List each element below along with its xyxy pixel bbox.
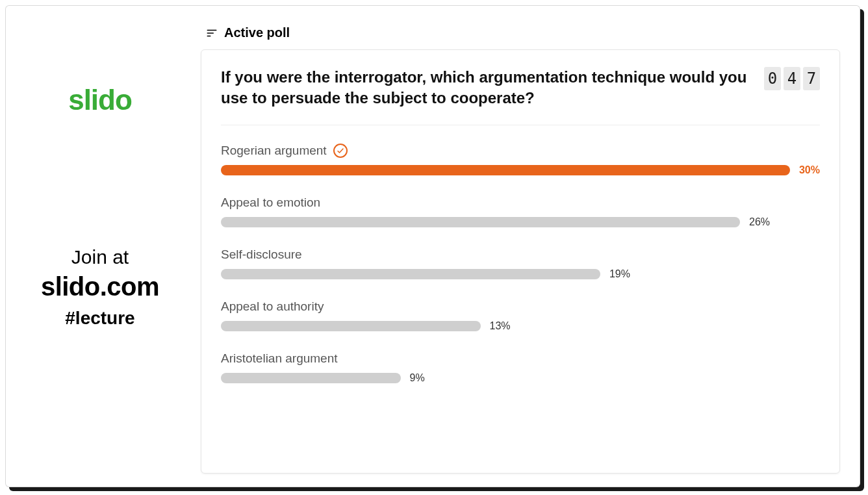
main-content: Active poll If you were the interrogator… — [194, 6, 860, 487]
join-code: #lecture — [41, 308, 159, 329]
poll-header: Active poll — [201, 25, 840, 40]
poll-option-label: Rogerian argument — [221, 144, 327, 158]
poll-option-label: Aristotelian argument — [221, 351, 338, 366]
poll-header-label: Active poll — [224, 25, 290, 40]
poll-option: Self-disclosure19% — [221, 247, 820, 280]
poll-card-header: If you were the interrogator, which argu… — [221, 67, 820, 125]
poll-option: Appeal to emotion26% — [221, 196, 820, 228]
poll-option-bar — [221, 269, 600, 279]
poll-option-bar-row: 9% — [221, 372, 820, 384]
poll-option-bar — [221, 321, 481, 331]
poll-card: If you were the interrogator, which argu… — [201, 49, 840, 474]
counter-digit: 7 — [803, 67, 820, 90]
presentation-frame: slido Join at slido.com #lecture Active … — [5, 5, 860, 487]
join-url: slido.com — [41, 272, 159, 301]
poll-option-label-row: Appeal to emotion — [221, 196, 820, 210]
poll-option-percent: 26% — [749, 216, 770, 228]
poll-option-percent: 13% — [490, 320, 511, 332]
poll-option-label-row: Aristotelian argument — [221, 351, 820, 366]
poll-option-label: Appeal to authority — [221, 299, 324, 314]
poll-options: Rogerian argument30%Appeal to emotion26%… — [221, 144, 820, 384]
poll-option-bar — [221, 165, 790, 175]
slido-logo: slido — [68, 84, 132, 116]
join-instructions: Join at slido.com #lecture — [41, 246, 159, 329]
poll-option-bar-row: 13% — [221, 320, 820, 332]
poll-question: If you were the interrogator, which argu… — [221, 67, 751, 109]
poll-option: Aristotelian argument9% — [221, 351, 820, 384]
poll-option-percent: 19% — [609, 268, 630, 280]
poll-option-bar-row: 26% — [221, 216, 820, 228]
poll-option-label-row: Appeal to authority — [221, 299, 820, 314]
poll-option-percent: 9% — [410, 372, 425, 384]
poll-option-label-row: Self-disclosure — [221, 247, 820, 262]
poll-option-bar — [221, 217, 740, 227]
poll-option-bar-row: 19% — [221, 268, 820, 280]
join-prefix: Join at — [41, 246, 159, 268]
poll-option: Rogerian argument30% — [221, 144, 820, 176]
counter-digit: 0 — [764, 67, 781, 90]
poll-option: Appeal to authority13% — [221, 299, 820, 332]
poll-option-label-row: Rogerian argument — [221, 144, 820, 158]
counter-digit: 4 — [784, 67, 800, 90]
poll-option-bar — [221, 373, 401, 383]
poll-option-label: Self-disclosure — [221, 247, 302, 262]
sidebar: slido Join at slido.com #lecture — [6, 6, 194, 487]
poll-list-icon — [206, 27, 218, 39]
vote-counter: 0 4 7 — [764, 67, 820, 90]
poll-option-label: Appeal to emotion — [221, 196, 320, 210]
correct-check-icon — [333, 144, 348, 158]
poll-option-percent: 30% — [799, 164, 820, 176]
poll-option-bar-row: 30% — [221, 164, 820, 176]
